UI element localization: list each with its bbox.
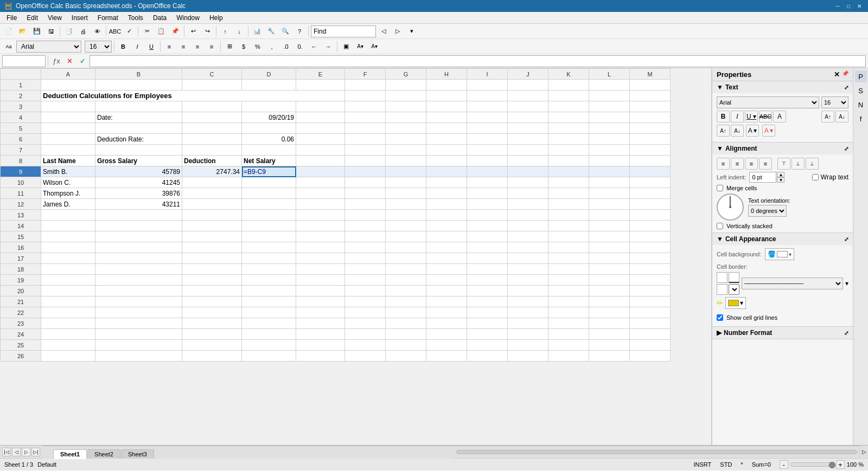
cell-m4[interactable] xyxy=(630,112,671,123)
indent-up-button[interactable]: ▲ xyxy=(777,172,784,177)
cell-l11[interactable] xyxy=(589,188,630,199)
cell-f1[interactable] xyxy=(345,80,386,91)
properties-sidebar-icon[interactable]: P xyxy=(855,70,867,82)
zoom-handle[interactable] xyxy=(829,462,835,468)
cell-i2[interactable] xyxy=(467,91,508,101)
menu-item-tools[interactable]: Tools xyxy=(124,13,148,23)
cell-b3[interactable] xyxy=(95,101,182,112)
italic-format-button[interactable]: I xyxy=(731,111,744,122)
save-button[interactable]: 💾 xyxy=(30,25,43,38)
cell-i11[interactable] xyxy=(467,188,508,199)
border-preset-2[interactable] xyxy=(717,284,727,295)
sheet-nav-first[interactable]: |◁ xyxy=(2,448,11,456)
cell-l5[interactable] xyxy=(589,123,630,134)
cell-h6[interactable] xyxy=(426,134,467,145)
orientation-select[interactable]: 0 degrees xyxy=(748,205,787,217)
col-header-m[interactable]: M xyxy=(630,69,671,80)
cell-k7[interactable] xyxy=(548,145,589,156)
cell-c9[interactable]: 2747.34 xyxy=(182,166,242,177)
cell-j12[interactable] xyxy=(508,199,548,210)
cell-k12[interactable] xyxy=(548,199,589,210)
cell-b4[interactable]: Date: xyxy=(95,112,182,123)
cell-e5[interactable] xyxy=(296,123,345,134)
cell-e1[interactable] xyxy=(296,80,345,91)
cell-b10[interactable]: 41245 xyxy=(95,177,182,188)
indent-spinner[interactable]: ▲ ▼ xyxy=(777,172,784,183)
cell-m7[interactable] xyxy=(630,145,671,156)
cell-m3[interactable] xyxy=(630,101,671,112)
align-justify-panel-button[interactable]: ≡ xyxy=(759,158,772,170)
cell-j1[interactable] xyxy=(508,80,548,91)
cell-j5[interactable] xyxy=(508,123,548,134)
cell-e11[interactable] xyxy=(296,188,345,199)
new-button[interactable]: 📄 xyxy=(2,25,15,38)
cell-d8[interactable]: Net Salary xyxy=(242,156,296,166)
number-format-section-title[interactable]: ▶ Number Format ⤢ xyxy=(712,327,853,339)
bg-color-dropdown-arrow[interactable]: ▾ xyxy=(789,251,792,257)
undo-button[interactable]: ↩ xyxy=(187,25,200,38)
cell-c8[interactable]: Deduction xyxy=(182,156,242,166)
cell-m2[interactable] xyxy=(630,91,671,101)
cell-appearance-expand-button[interactable]: ⤢ xyxy=(844,236,848,242)
cell-h2[interactable] xyxy=(426,91,467,101)
align-center-button[interactable]: ≡ xyxy=(177,40,190,53)
cell-e4[interactable] xyxy=(296,112,345,123)
font-size-select-panel[interactable]: 16 xyxy=(821,96,848,108)
cell-m1[interactable] xyxy=(630,80,671,91)
cell-bg-color-button[interactable]: 🪣 ▾ xyxy=(765,248,794,260)
decimal-add-button[interactable]: .0 xyxy=(279,40,292,53)
chart-button[interactable]: 📊 xyxy=(251,25,264,38)
font-family-select[interactable]: Arial xyxy=(717,96,819,108)
sheet-nav-prev[interactable]: ◁ xyxy=(12,448,21,456)
col-header-k[interactable]: K xyxy=(548,69,589,80)
sheet-tab-2[interactable]: Sheet2 xyxy=(87,449,120,459)
cell-a11[interactable]: Thompson J. xyxy=(41,188,95,199)
cell-h4[interactable] xyxy=(426,112,467,123)
pdf-button[interactable]: 📑 xyxy=(62,25,75,38)
redo-button[interactable]: ↪ xyxy=(201,25,214,38)
cell-c3[interactable] xyxy=(182,101,242,112)
bg-color-button[interactable]: A▾ xyxy=(354,40,367,53)
cell-e8[interactable] xyxy=(296,156,345,166)
align-left-panel-button[interactable]: ≡ xyxy=(717,158,730,170)
cell-d9[interactable]: =B9-C9 xyxy=(242,166,296,177)
find-input[interactable] xyxy=(311,25,376,37)
cell-g2[interactable] xyxy=(386,91,426,101)
align-center-panel-button[interactable]: ≡ xyxy=(731,158,744,170)
cell-a12[interactable]: James D. xyxy=(41,199,95,210)
print-button[interactable]: 🖨 xyxy=(76,25,90,38)
cell-h5[interactable] xyxy=(426,123,467,134)
maximize-button[interactable]: □ xyxy=(844,2,853,10)
menu-item-window[interactable]: Window xyxy=(172,13,204,23)
check-button[interactable]: ✓ xyxy=(123,25,136,38)
titlebar-controls[interactable]: ─ □ ✕ xyxy=(833,2,864,10)
cell-c4[interactable] xyxy=(182,112,242,123)
cell-i4[interactable] xyxy=(467,112,508,123)
help-button[interactable]: ? xyxy=(293,25,306,38)
menu-item-file[interactable]: File xyxy=(2,13,21,23)
cell-k6[interactable] xyxy=(548,134,589,145)
col-header-g[interactable]: G xyxy=(386,69,426,80)
cell-d5[interactable] xyxy=(242,123,296,134)
underline-button[interactable]: U xyxy=(145,40,158,53)
cell-m6[interactable] xyxy=(630,134,671,145)
zoom-in-status-button[interactable]: + xyxy=(836,460,845,469)
cell-j8[interactable] xyxy=(508,156,548,166)
cell-g5[interactable] xyxy=(386,123,426,134)
sheet-nav-buttons[interactable]: |◁ ◁ ▷ ▷| xyxy=(0,446,42,458)
cell-k8[interactable] xyxy=(548,156,589,166)
data-tools-button[interactable]: 🔧 xyxy=(265,25,278,38)
menu-item-view[interactable]: View xyxy=(43,13,66,23)
justify-button[interactable]: ≡ xyxy=(205,40,218,53)
col-header-e[interactable]: E xyxy=(296,69,345,80)
cell-a1[interactable] xyxy=(41,80,95,91)
strikethrough-format-button[interactable]: ABC xyxy=(759,111,772,122)
col-header-f[interactable]: F xyxy=(345,69,386,80)
text-size-down-button[interactable]: A↓ xyxy=(731,125,744,137)
cell-b1[interactable] xyxy=(95,80,182,91)
cell-d4[interactable]: 09/20/19 xyxy=(242,112,296,123)
cell-l4[interactable] xyxy=(589,112,630,123)
formula-input[interactable]: =B9-C9 xyxy=(90,55,866,67)
currency-button[interactable]: $ xyxy=(237,40,250,53)
cell-h8[interactable] xyxy=(426,156,467,166)
